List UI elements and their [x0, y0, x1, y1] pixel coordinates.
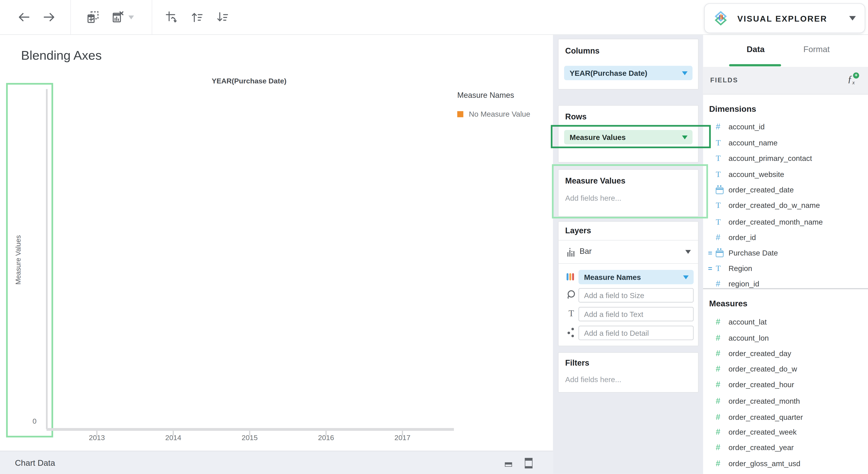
fields-header-label: FIELDS — [710, 76, 738, 84]
rows-shelf-title: Rows — [565, 112, 587, 121]
x-axis-tick-label: 2014 — [157, 434, 190, 442]
text-icon: T — [716, 264, 721, 273]
detail-field-input[interactable] — [579, 326, 693, 340]
duplicate-chart-icon[interactable] — [87, 10, 100, 24]
chart-title: Blending Axes — [21, 48, 102, 63]
forward-arrow-icon[interactable] — [42, 10, 56, 24]
chart-data-label: Chart Data — [15, 458, 55, 467]
number-icon: # — [716, 333, 720, 342]
pill-label: YEAR(Purchase Date) — [564, 69, 647, 77]
function-add-icon[interactable]: ƒx+ — [847, 73, 855, 85]
mark-type-select[interactable]: Bar — [580, 247, 592, 256]
minimize-icon[interactable] — [505, 462, 512, 467]
number-icon: # — [716, 122, 720, 131]
field-account-name[interactable]: Taccount_name — [703, 138, 868, 147]
remove-chart-caret-icon[interactable] — [128, 15, 134, 19]
sort-ascending-icon[interactable] — [190, 10, 204, 24]
number-icon: # — [716, 428, 720, 436]
fields-header-bar: FIELDS ƒx+ — [703, 67, 868, 95]
app-title: VISUAL EXPLORER — [738, 13, 827, 23]
x-axis-tick-label: 2016 — [309, 434, 343, 442]
fields-panel: Data Format FIELDS ƒx+ Dimensions #accou… — [703, 34, 868, 474]
field-region-id[interactable]: #region_id — [703, 279, 868, 289]
pill-caret-icon[interactable] — [682, 71, 687, 75]
size-field-input[interactable] — [579, 288, 693, 303]
text-icon: T — [716, 154, 721, 163]
columns-pill-year-purchase-date[interactable]: YEAR(Purchase Date) — [564, 66, 692, 80]
back-arrow-icon[interactable] — [17, 10, 31, 24]
x-axis-tick-label: 2017 — [386, 434, 419, 442]
bar-mark-icon — [566, 245, 577, 259]
field-order-gloss-amt-usd[interactable]: #order_gloss_amt_usd — [703, 459, 868, 469]
field-region[interactable]: =TRegion — [703, 263, 868, 273]
y-axis-title: Measure Values — [14, 227, 22, 293]
x-axis-tick-label: 2013 — [80, 434, 114, 442]
field-order-created-week[interactable]: #order_created_week — [703, 427, 868, 437]
field-order-created-hour[interactable]: #order_created_hour — [703, 379, 868, 389]
legend: Measure Names No Measure Value — [457, 91, 530, 118]
field-order-created-month-name[interactable]: Torder_created_month_name — [703, 217, 868, 227]
text-field-input[interactable] — [579, 307, 693, 321]
layers-title: Layers — [565, 226, 591, 235]
field-order-created-year[interactable]: #order_created_year — [703, 442, 868, 452]
visual-explorer-logo-icon — [714, 11, 728, 25]
field-order-created-date[interactable]: order_created_date — [703, 184, 868, 195]
number-icon: # — [716, 233, 720, 242]
remove-chart-icon[interactable] — [111, 10, 125, 24]
filters-title: Filters — [565, 359, 589, 367]
field-account-id[interactable]: #account_id — [703, 122, 868, 132]
field-purchase-date[interactable]: =Purchase Date — [703, 248, 868, 258]
text-mark-icon: T — [566, 307, 577, 320]
dimensions-title: Dimensions — [709, 104, 756, 113]
date-icon — [716, 187, 724, 194]
maximize-icon[interactable] — [525, 458, 532, 469]
legend-title: Measure Names — [457, 91, 530, 100]
layers-card: Layers Bar Measure Names T — [558, 221, 699, 346]
field-account-website[interactable]: Taccount_website — [703, 169, 868, 179]
number-icon: # — [716, 364, 720, 373]
field-account-primary-contact[interactable]: Taccount_primary_contact — [703, 153, 868, 163]
visual-explorer-app: VISUAL EXPLORER Blending Axes YEAR(Purch… — [0, 0, 868, 474]
field-order-id[interactable]: #order_id — [703, 232, 868, 242]
field-account-lat[interactable]: #account_lat — [703, 317, 868, 327]
number-icon: # — [716, 443, 720, 452]
visual-explorer-menu-button[interactable]: VISUAL EXPLORER — [704, 3, 865, 33]
tab-data[interactable]: Data — [742, 44, 770, 54]
measure-values-shelf[interactable]: Measure Values Add fields here... — [558, 169, 699, 217]
text-icon: T — [716, 217, 721, 226]
active-tab-underline — [729, 64, 781, 66]
columns-shelf[interactable]: Columns YEAR(Purchase Date) — [558, 39, 699, 90]
chart-data-bar: Chart Data — [0, 451, 553, 474]
pill-label: Measure Values — [564, 133, 626, 141]
color-pill-measure-names[interactable]: Measure Names — [579, 270, 693, 284]
legend-item[interactable]: No Measure Value — [457, 110, 530, 118]
rows-pill-measure-values[interactable]: Measure Values — [564, 130, 692, 144]
sort-descending-icon[interactable] — [216, 10, 229, 24]
equals-calculated-icon: = — [708, 248, 716, 257]
field-order-created-do-w[interactable]: #order_created_do_w — [703, 364, 868, 374]
y-axis-tick-label: 0 — [22, 417, 36, 425]
color-icon[interactable] — [566, 270, 577, 283]
field-order-created-day[interactable]: #order_created_day — [703, 348, 868, 359]
legend-swatch-icon — [457, 111, 463, 117]
measure-values-placeholder: Add fields here... — [565, 194, 621, 202]
pill-caret-icon[interactable] — [682, 135, 687, 139]
toolbar-divider — [70, 0, 71, 34]
pill-caret-icon[interactable] — [683, 275, 689, 279]
field-order-created-quarter[interactable]: #order_created_quarter — [703, 412, 868, 422]
rows-shelf[interactable]: Rows Measure Values — [558, 105, 699, 163]
swap-axes-icon[interactable] — [165, 10, 178, 24]
field-order-created-do-w-name[interactable]: Torder_created_do_w_name — [703, 200, 868, 210]
field-account-lon[interactable]: #account_lon — [703, 333, 868, 343]
legend-item-label: No Measure Value — [469, 110, 530, 118]
filters-shelf[interactable]: Filters Add fields here... — [558, 352, 699, 393]
mark-type-caret-icon[interactable] — [685, 250, 691, 254]
divider — [559, 240, 698, 241]
size-icon — [566, 288, 577, 301]
tab-format[interactable]: Format — [798, 44, 835, 54]
chevron-down-icon — [849, 16, 856, 21]
chart-canvas: Blending Axes YEAR(Purchase Date) Measur… — [0, 34, 554, 451]
field-order-created-month[interactable]: #order_created_month — [703, 396, 868, 406]
number-icon: # — [716, 380, 720, 389]
panel-tabs: Data Format — [703, 34, 868, 68]
